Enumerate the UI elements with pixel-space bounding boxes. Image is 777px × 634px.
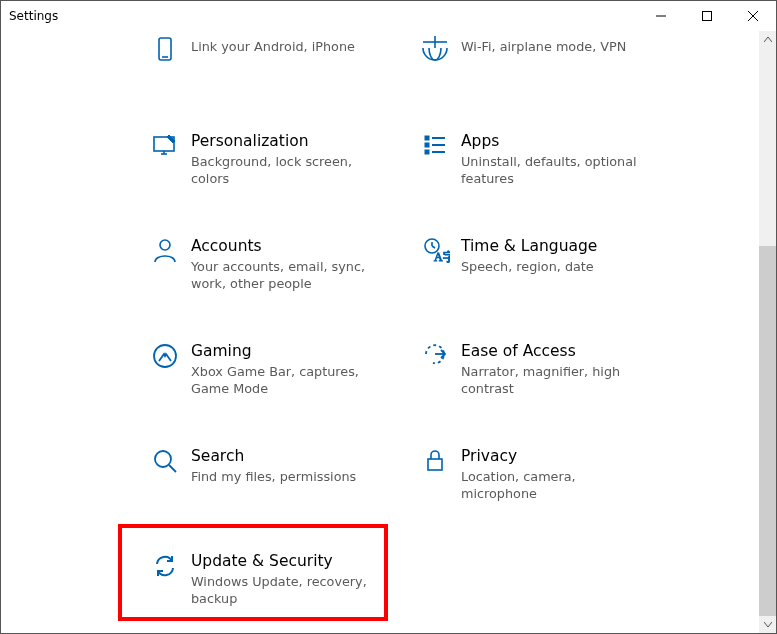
svg-text:A字: A字 — [434, 250, 450, 264]
svg-rect-26 — [428, 459, 442, 470]
category-gaming[interactable]: GamingXbox Game Bar, captures, Game Mode — [141, 341, 369, 397]
list-icon — [411, 131, 459, 161]
category-text: SearchFind my files, permissions — [189, 446, 356, 485]
window-title: Settings — [9, 9, 58, 23]
minimize-icon — [656, 11, 666, 21]
category-title: Ease of Access — [461, 341, 639, 361]
globe-half-icon — [411, 36, 459, 66]
scroll-up-button[interactable] — [759, 31, 776, 48]
category-title: Search — [191, 446, 356, 466]
titlebar: Settings — [1, 1, 776, 31]
category-desc: Windows Update, recovery, backup — [191, 573, 369, 607]
category-ease-of-access[interactable]: Ease of AccessNarrator, magnifier, high … — [411, 341, 639, 397]
category-search[interactable]: SearchFind my files, permissions — [141, 446, 356, 485]
minimize-button[interactable] — [638, 1, 684, 31]
svg-point-24 — [155, 451, 171, 467]
category-text: PrivacyLocation, camera, microphone — [459, 446, 639, 502]
category-title: Update & Security — [191, 551, 369, 571]
scroll-down-button[interactable] — [759, 616, 776, 633]
personalization-icon — [141, 131, 189, 161]
category-desc: Narrator, magnifier, high contrast — [461, 363, 639, 397]
time-lang-icon: A字 — [411, 236, 459, 266]
category-desc: Your accounts, email, sync, work, other … — [191, 258, 369, 292]
category-text: Wi-Fi, airplane mode, VPN — [459, 36, 626, 55]
category-text: Update & SecurityWindows Update, recover… — [189, 551, 369, 607]
category-title: Apps — [461, 131, 639, 151]
svg-rect-13 — [425, 150, 429, 154]
category-text: AppsUninstall, defaults, optional featur… — [459, 131, 639, 187]
phone-icon — [141, 36, 189, 66]
category-network[interactable]: Wi-Fi, airplane mode, VPN — [411, 36, 626, 66]
category-personalization[interactable]: PersonalizationBackground, lock screen, … — [141, 131, 369, 187]
category-update-security[interactable]: Update & SecurityWindows Update, recover… — [141, 551, 369, 607]
category-text: GamingXbox Game Bar, captures, Game Mode — [189, 341, 369, 397]
category-text: Time & LanguageSpeech, region, date — [459, 236, 597, 275]
search-icon — [141, 446, 189, 476]
svg-rect-12 — [425, 143, 429, 147]
settings-categories: Link your Android, iPhoneWi-Fi, airplane… — [1, 31, 759, 633]
lock-icon — [411, 446, 459, 476]
ease-icon — [411, 341, 459, 371]
category-desc: Background, lock screen, colors — [191, 153, 369, 187]
category-phone[interactable]: Link your Android, iPhone — [141, 36, 355, 66]
category-desc: Find my files, permissions — [191, 468, 356, 485]
close-icon — [748, 11, 758, 21]
sync-icon — [141, 551, 189, 581]
close-button[interactable] — [730, 1, 776, 31]
category-apps[interactable]: AppsUninstall, defaults, optional featur… — [411, 131, 639, 187]
category-text: PersonalizationBackground, lock screen, … — [189, 131, 369, 187]
settings-window: Settings Link your Android, iPhoneWi-Fi,… — [0, 0, 777, 634]
gaming-icon — [141, 341, 189, 371]
svg-line-25 — [169, 465, 176, 472]
category-title: Personalization — [191, 131, 369, 151]
category-desc: Link your Android, iPhone — [191, 38, 355, 55]
category-title: Privacy — [461, 446, 639, 466]
chevron-down-icon — [764, 622, 772, 627]
category-text: AccountsYour accounts, email, sync, work… — [189, 236, 369, 292]
svg-rect-11 — [425, 136, 429, 140]
category-text: Ease of AccessNarrator, magnifier, high … — [459, 341, 639, 397]
svg-point-17 — [160, 240, 170, 250]
category-title: Accounts — [191, 236, 369, 256]
maximize-icon — [702, 11, 712, 21]
category-time-language[interactable]: A字Time & LanguageSpeech, region, date — [411, 236, 597, 275]
maximize-button[interactable] — [684, 1, 730, 31]
svg-rect-1 — [703, 12, 712, 21]
scrollbar-thumb[interactable] — [759, 246, 776, 616]
vertical-scrollbar[interactable] — [759, 31, 776, 633]
category-title: Time & Language — [461, 236, 597, 256]
category-title: Gaming — [191, 341, 369, 361]
person-icon — [141, 236, 189, 266]
category-desc: Location, camera, microphone — [461, 468, 639, 502]
category-desc: Wi-Fi, airplane mode, VPN — [461, 38, 626, 55]
svg-line-20 — [432, 246, 435, 248]
category-desc: Uninstall, defaults, optional features — [461, 153, 639, 187]
window-controls — [638, 1, 776, 31]
category-text: Link your Android, iPhone — [189, 36, 355, 55]
category-desc: Speech, region, date — [461, 258, 597, 275]
category-privacy[interactable]: PrivacyLocation, camera, microphone — [411, 446, 639, 502]
category-accounts[interactable]: AccountsYour accounts, email, sync, work… — [141, 236, 369, 292]
category-desc: Xbox Game Bar, captures, Game Mode — [191, 363, 369, 397]
chevron-up-icon — [764, 37, 772, 42]
